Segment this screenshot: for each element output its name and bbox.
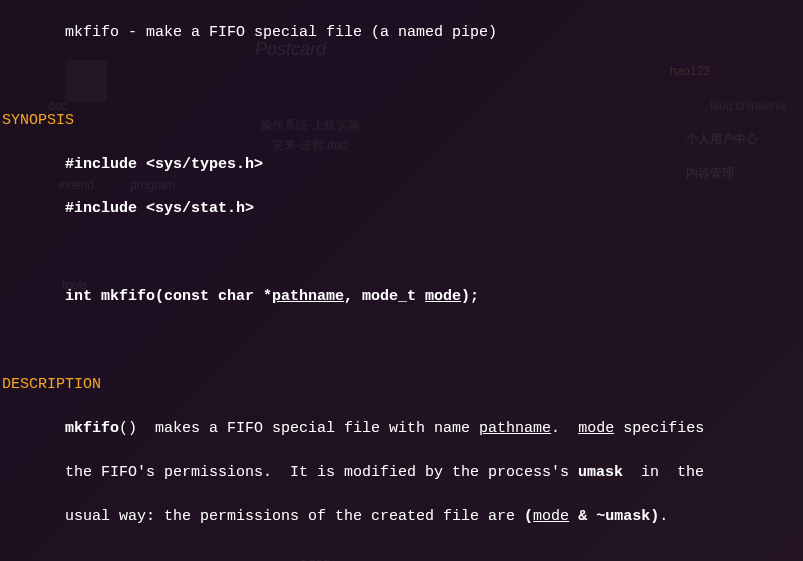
signature-arg-pathname: pathname <box>272 288 344 305</box>
section-heading-description: DESCRIPTION <box>2 376 101 393</box>
signature-prefix: int mkfifo(const char * <box>2 288 272 305</box>
signature-end: ); <box>461 288 479 305</box>
term-umask: umask <box>578 464 623 481</box>
man-page-viewer[interactable]: mkfifo - make a FIFO special file (a nam… <box>0 0 803 561</box>
section-heading-synopsis: SYNOPSIS <box>2 112 74 129</box>
man-name-line: mkfifo - make a FIFO special file (a nam… <box>2 24 497 41</box>
include-line: #include <sys/types.h> <box>2 156 263 173</box>
arg-pathname: pathname <box>479 420 551 437</box>
include-line: #include <sys/stat.h> <box>2 200 254 217</box>
func-name: mkfifo <box>65 420 119 437</box>
arg-mode: mode <box>578 420 614 437</box>
signature-mid: , mode_t <box>344 288 425 305</box>
signature-arg-mode: mode <box>425 288 461 305</box>
